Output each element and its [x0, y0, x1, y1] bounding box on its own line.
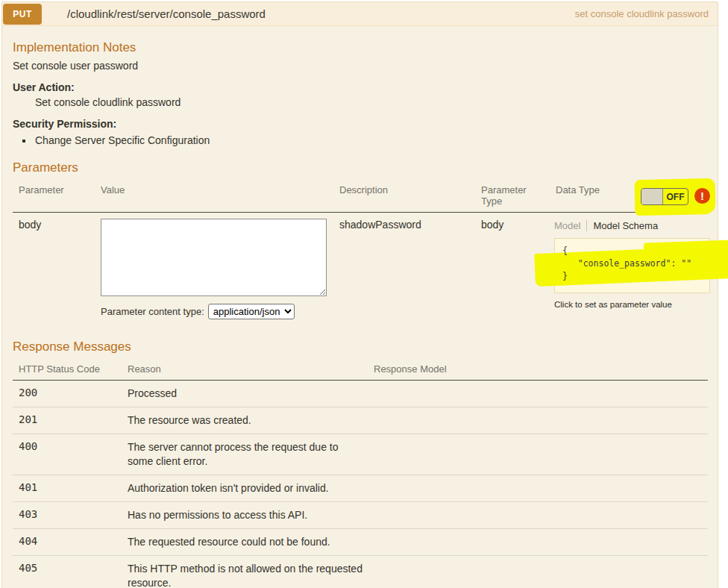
tab-model-schema[interactable]: Model Schema	[593, 220, 658, 231]
status-code: 201	[13, 407, 122, 434]
response-model	[368, 434, 708, 475]
reason: The resource was created.	[122, 407, 368, 434]
status-code: 400	[13, 434, 122, 475]
content-type-row: Parameter content type: application/json	[101, 304, 330, 319]
parameters-title: Parameters	[13, 160, 708, 175]
status-code: 404	[13, 529, 122, 555]
tab-model[interactable]: Model	[554, 220, 580, 231]
data-type-cell: Model Model Schema { "console_password":…	[550, 213, 713, 325]
response-model	[368, 407, 708, 434]
response-model	[368, 475, 708, 501]
col-parameter: Parameter	[13, 181, 95, 212]
model-tabs: Model Model Schema	[554, 220, 710, 231]
reason: Authorization token isn't provided or in…	[122, 475, 368, 501]
status-code: 401	[13, 475, 122, 501]
col-response-model: Response Model	[368, 360, 708, 380]
operation-summary-link[interactable]: set console cloudlink password	[575, 8, 709, 19]
endpoint-path: /cloudlink/rest/server/console_password	[67, 7, 266, 20]
auth-toggle-cluster: OFF !	[638, 179, 717, 216]
response-row-401: 401 Authorization token isn't provided o…	[13, 475, 708, 502]
user-action-label: User Action:	[13, 81, 708, 93]
content-type-label: Parameter content type:	[101, 306, 204, 317]
auth-toggle[interactable]: OFF	[641, 188, 688, 205]
status-code: 403	[13, 502, 122, 528]
response-model	[368, 502, 708, 528]
col-value: Value	[95, 181, 333, 212]
security-permission-label: Security Permission:	[13, 118, 708, 130]
model-schema-panel[interactable]: { "console_password": ""}	[554, 238, 710, 293]
user-action-value: Set console cloudlink password	[13, 96, 708, 108]
security-permission-list: Change Server Specific Configuration	[13, 134, 708, 146]
parameters-table-header: Parameter Value Description Parameter Ty…	[13, 181, 708, 213]
status-code: 405	[13, 556, 122, 588]
implementation-notes-description: Set console user password	[13, 60, 708, 72]
body-value-textarea[interactable]	[101, 219, 327, 296]
reason: Processed	[122, 381, 368, 407]
schema-json: { "console_password": ""}	[562, 245, 705, 283]
parameter-value-cell: Parameter content type: application/json	[95, 213, 333, 325]
response-row-200: 200 Processed	[13, 381, 708, 407]
responses-table-header: HTTP Status Code Reason Response Model	[13, 360, 708, 381]
api-operation-panel: PUT /cloudlink/rest/server/console_passw…	[1, 1, 718, 588]
status-code: 200	[13, 381, 122, 407]
col-reason: Reason	[122, 360, 368, 380]
reason: Has no permissions to access this API.	[122, 502, 368, 528]
response-model	[368, 556, 708, 588]
schema-hint: Click to set as parameter value	[554, 300, 710, 309]
operation-content: Implementation Notes Set console user pa…	[2, 40, 718, 588]
response-model	[368, 381, 708, 407]
reason: This HTTP method is not allowed on the r…	[122, 556, 368, 588]
implementation-notes-title: Implementation Notes	[13, 40, 708, 55]
reason: The requested resource could not be foun…	[122, 529, 368, 555]
toggle-knob[interactable]	[641, 189, 663, 204]
model-schema-wrap: { "console_password": ""}	[554, 238, 710, 293]
toggle-state-label: OFF	[663, 189, 688, 204]
content-type-select[interactable]: application/json	[208, 304, 295, 319]
response-row-403: 403 Has no permissions to access this AP…	[13, 502, 708, 529]
reason: The server cannot process the request du…	[122, 434, 368, 475]
security-permission-item: Change Server Specific Configuration	[34, 134, 708, 146]
response-row-201: 201 The resource was created.	[13, 407, 708, 434]
parameter-row-body: body Parameter content type: application…	[13, 213, 708, 325]
col-parameter-type: Parameter Type	[475, 181, 550, 212]
response-row-405: 405 This HTTP method is not allowed on t…	[13, 556, 708, 588]
operation-header[interactable]: PUT /cloudlink/rest/server/console_passw…	[2, 2, 718, 26]
response-model	[368, 529, 708, 555]
response-messages-title: Response Messages	[13, 340, 708, 354]
http-method-badge: PUT	[3, 4, 42, 25]
tab-divider	[586, 220, 587, 231]
response-row-400: 400 The server cannot process the reques…	[13, 434, 708, 475]
col-description: Description	[333, 181, 475, 212]
col-http-status-code: HTTP Status Code	[13, 360, 122, 380]
response-row-404: 404 The requested resource could not be …	[13, 529, 708, 556]
warning-icon[interactable]: !	[694, 188, 710, 204]
parameter-name: body	[13, 213, 95, 325]
parameter-description: shadowPassword	[333, 213, 475, 325]
